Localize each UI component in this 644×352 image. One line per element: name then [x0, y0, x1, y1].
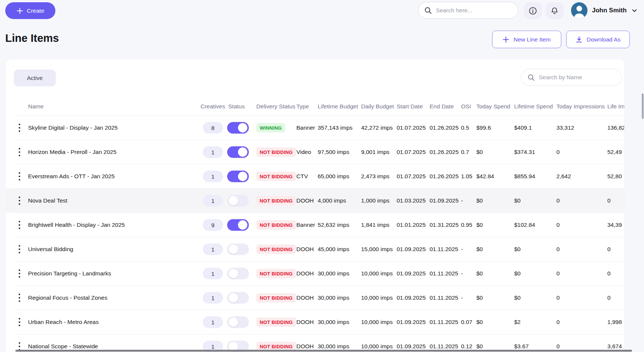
creatives-count-badge[interactable]: 1 [203, 268, 223, 279]
notifications-button[interactable] [546, 2, 564, 19]
column-header-daily-budget: Daily Budget [361, 99, 394, 114]
cell-life-impressions: 34,39 [607, 222, 622, 228]
cell-start-date: 01.01.2025 [397, 222, 426, 228]
vertical-scrollbar[interactable] [642, 93, 644, 119]
cell-lifetime-spend: $0 [514, 270, 521, 277]
creatives-count-badge[interactable]: 1 [203, 292, 223, 303]
row-menu-button[interactable] [15, 146, 24, 158]
creatives-count-badge[interactable]: 1 [203, 170, 223, 182]
download-as-label: Download As [587, 36, 620, 43]
table-search-input[interactable] [539, 74, 615, 81]
status-toggle[interactable] [227, 146, 249, 158]
column-header-lifetime-spend: Lifetime Spend [514, 99, 553, 114]
tab-active[interactable]: Active [14, 70, 56, 86]
global-search[interactable] [418, 2, 518, 19]
cell-today-impressions: 33,312 [556, 124, 574, 131]
cell-lifetime-spend: $2 [514, 319, 521, 325]
column-header-lifetime-budget: Lifetime Budget [318, 99, 358, 114]
cell-end-date: 01.31.2025 [430, 222, 459, 228]
status-toggle[interactable] [227, 219, 249, 231]
column-header-name: Name [28, 99, 43, 114]
global-search-input[interactable] [436, 7, 512, 14]
cell-osi: 0.95 [461, 222, 472, 228]
status-toggle[interactable] [227, 292, 249, 303]
toggle-knob [238, 123, 247, 132]
cell-life-impressions: 0 [607, 294, 611, 301]
toggle-knob [229, 269, 238, 278]
cell-osi: - [461, 294, 463, 301]
cell-start-date: 01.09.2025 [397, 319, 426, 325]
new-line-item-button[interactable]: New Line Item [492, 31, 561, 48]
column-header-status: Status [228, 99, 245, 114]
horizontal-scrollbar[interactable] [15, 350, 632, 352]
line-item-name[interactable]: Nova Deal Test [28, 197, 67, 204]
status-toggle[interactable] [227, 170, 249, 182]
row-menu-button[interactable] [15, 244, 24, 255]
creatives-count-badge[interactable]: 8 [203, 122, 223, 133]
row-menu-button[interactable] [15, 317, 24, 328]
line-items-card: Active NameCreativesStatusDelivery Statu… [6, 59, 624, 352]
row-menu-button[interactable] [15, 292, 24, 303]
cell-lifetime-budget: 4,000 imps [318, 197, 346, 204]
cell-lifetime-budget: 30,000 imps [318, 319, 349, 325]
line-item-name[interactable]: Everstream Ads - OTT - Jan 2025 [28, 173, 115, 180]
cell-end-date: 01.11.2025 [430, 294, 458, 301]
download-as-button[interactable]: Download As [566, 31, 630, 48]
status-toggle[interactable] [227, 122, 249, 133]
table-row: Skyline Digital - Display - Jan 20258WIN… [6, 115, 624, 140]
row-menu-button[interactable] [15, 122, 24, 133]
chevron-down-icon [631, 7, 638, 14]
toggle-knob [229, 196, 238, 205]
table-row: Precision Targeting - Landmarks1NOT BIDD… [6, 261, 624, 285]
cell-osi: - [461, 246, 463, 253]
create-button[interactable]: Create [5, 2, 55, 19]
avatar [571, 2, 587, 19]
row-menu-button[interactable] [15, 219, 24, 231]
info-button[interactable] [524, 2, 542, 19]
delivery-status-badge: NOT BIDDING [256, 269, 296, 278]
line-item-name[interactable]: Horizon Media - Preroll - Jan 2025 [28, 149, 116, 155]
user-menu[interactable]: John Smith [571, 1, 638, 19]
cell-lifetime-spend: $855.94 [514, 173, 535, 180]
row-menu-button[interactable] [15, 195, 24, 206]
cell-today-impressions: 0 [556, 294, 560, 301]
delivery-status-badge: NOT BIDDING [256, 220, 296, 229]
line-item-name[interactable]: Skyline Digital - Display - Jan 2025 [28, 124, 118, 131]
delivery-status-badge: NOT BIDDING [256, 293, 296, 302]
cell-end-date: 01.11.2025 [430, 343, 458, 350]
cell-life-impressions: 136,82 [607, 124, 624, 131]
column-header-life-impressions: Life Impressions [607, 99, 624, 114]
line-item-name[interactable]: Universal Bidding [28, 246, 73, 253]
cell-type: DOOH [296, 319, 314, 325]
table-search[interactable] [521, 69, 622, 86]
status-toggle[interactable] [227, 316, 249, 328]
creatives-count-badge[interactable]: 1 [203, 243, 223, 255]
line-item-name[interactable]: Regional Focus - Postal Zones [28, 294, 107, 301]
status-toggle[interactable] [227, 268, 249, 279]
status-toggle[interactable] [227, 195, 249, 206]
cell-life-impressions: 52,80 [607, 173, 622, 180]
delivery-status-badge: NOT BIDDING [256, 147, 296, 157]
creatives-count-badge[interactable]: 1 [203, 146, 223, 158]
cell-today-impressions: 0 [556, 222, 560, 228]
new-line-item-label: New Line Item [513, 36, 550, 43]
column-header-creatives: Creatives [201, 99, 225, 114]
creatives-count-badge[interactable]: 1 [203, 195, 223, 206]
cell-end-date: 01.26.2025 [430, 173, 459, 180]
line-item-name[interactable]: Brightwell Health - Display - Jan 2025 [28, 222, 125, 228]
cell-start-date: 01.07.2025 [397, 149, 426, 155]
creatives-count-badge[interactable]: 9 [203, 219, 223, 231]
cell-type: DOOH [296, 343, 314, 350]
cell-lifetime-budget: 357,143 imps [318, 124, 352, 131]
line-item-name[interactable]: Urban Reach - Metro Areas [28, 319, 99, 325]
line-item-name[interactable]: National Scope - Statewide [28, 343, 98, 350]
row-menu-button[interactable] [15, 171, 24, 182]
column-header-type: Type [296, 99, 309, 114]
cell-daily-budget: 42,272 imps [361, 124, 393, 131]
row-menu-button[interactable] [15, 268, 24, 279]
line-item-name[interactable]: Precision Targeting - Landmarks [28, 270, 111, 277]
column-header-delivery-status: Delivery Status [256, 99, 295, 114]
status-toggle[interactable] [227, 243, 249, 255]
creatives-count-badge[interactable]: 1 [203, 316, 223, 328]
cell-lifetime-spend: $0 [514, 294, 521, 301]
